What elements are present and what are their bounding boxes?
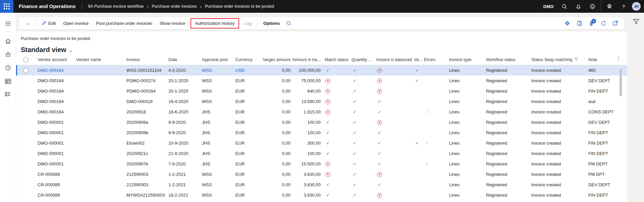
cell-quantity: ✓ [350, 89, 374, 94]
workspaces-window-icon[interactable] [0, 74, 16, 88]
cell-vendor_account: DMO-000001 [36, 130, 74, 135]
column-header-approval_pool[interactable]: Approval pool [200, 57, 233, 62]
user-avatar[interactable]: JH [632, 2, 641, 11]
grid-more-options-icon[interactable]: ⋮ [616, 56, 621, 61]
open-in-office-icon[interactable] [574, 18, 585, 28]
column-header-match[interactable]: Match status [323, 57, 350, 62]
cell-match: ✓ [323, 141, 350, 146]
table-row[interactable]: DMO-000164DMO-00031816-4-2020WSSEUR0,001… [16, 96, 627, 107]
post-purchase-order-invoices-button[interactable]: Post purchase order invoices [92, 19, 156, 28]
column-header-balanced[interactable]: Invoice is balanced [374, 57, 412, 62]
cell-quantity: ✓ [350, 182, 374, 187]
feedback-smiley-icon[interactable] [587, 1, 598, 11]
gear-icon[interactable] [604, 1, 615, 11]
recent-clock-icon[interactable] [0, 61, 16, 74]
cell-va: ✓ [412, 78, 422, 83]
dataverse-diamond-icon[interactable] [562, 18, 573, 28]
cell-workflow_status: Registered [484, 130, 529, 135]
check-light-icon: ✓ [424, 109, 429, 114]
hamburger-menu-icon[interactable] [0, 17, 16, 30]
column-header-errors[interactable]: Errors [422, 57, 447, 62]
cell-currency: EUR [233, 120, 263, 125]
table-row[interactable]: DMO-000164WSS-20011511044-2-2020WSSUSD0,… [16, 65, 627, 75]
view-selector[interactable]: Standard view ⌄ [16, 45, 627, 55]
app-title[interactable]: Finance and Operations [19, 4, 76, 9]
environment-badge[interactable]: DMO [543, 4, 554, 9]
options-button[interactable]: Options [260, 19, 283, 28]
search-icon[interactable] [558, 1, 570, 11]
column-header-note[interactable]: Note [586, 57, 614, 62]
invoice-grid: Vendor accountVendor nameInvoiceDateAppr… [16, 55, 627, 200]
table-row[interactable]: DMO-00000120200907b7-9-2020JHSEUR0,0015.… [16, 159, 627, 169]
refresh-icon[interactable] [598, 18, 609, 28]
actionbar-search-icon[interactable] [283, 18, 294, 28]
table-row[interactable]: DMO-00000120200909a9-9-2020JHSEUR0,00100… [16, 117, 627, 128]
open-in-new-window-icon[interactable] [610, 18, 621, 28]
table-row[interactable]: DMO-000164PDMO-00027420-1-2020WSSEUR0,00… [16, 75, 627, 86]
table-row[interactable]: CR-0000892125900031-2-2021WSSEUR0,003.63… [16, 169, 627, 180]
column-header-charges[interactable]: Charges amount [263, 57, 292, 62]
home-icon[interactable] [0, 34, 16, 48]
cell-balanced: ✓ [374, 141, 412, 146]
back-arrow-icon[interactable]: ← [22, 18, 34, 28]
attachments-icon[interactable]: 0 [586, 18, 597, 28]
breadcrumb-item-current[interactable]: Purchase order invoices to be posted [205, 4, 274, 9]
cell-charges: 0,00 [263, 193, 292, 198]
filter-funnel-icon[interactable] [633, 19, 639, 26]
app-launcher-waffle-icon[interactable] [0, 0, 13, 13]
cell-approval_pool[interactable]: WSS [200, 68, 233, 73]
cell-status_3way: Invoice created [529, 78, 586, 83]
column-header-currency[interactable]: Currency [233, 57, 263, 62]
pencil-icon [42, 21, 46, 26]
top-navigation-bar: Finance and Operations 9A Purchase invoi… [0, 0, 644, 13]
table-row[interactable]: DMO-0001642020061818-6-2020JHSEUR0,001.8… [16, 107, 627, 117]
row-selector-radio[interactable] [23, 68, 29, 73]
column-header-status_3way[interactable]: Status 3way matching [529, 57, 586, 62]
table-row[interactable]: DMO-00000120200921c21-9-2020JHSEUR0,0010… [16, 148, 627, 159]
cell-status_3way: Invoice created [529, 172, 586, 177]
column-filter-funnel-icon[interactable] [574, 57, 578, 62]
cell-approval_pool: WSS [200, 89, 233, 94]
column-header-quantity[interactable]: Quantity ... [350, 57, 374, 62]
edit-button[interactable]: Edit [38, 19, 59, 28]
select-all-radio[interactable] [23, 57, 29, 62]
error-circle-x-icon: ✕ [377, 172, 382, 177]
column-header-vendor_account[interactable]: Vendor account [36, 57, 74, 62]
show-invoice-button[interactable]: Show invoice [156, 19, 189, 28]
notifications-bell-icon[interactable] [573, 1, 584, 11]
table-row[interactable]: DMO-000164PDMO-00028420-1-2020WSSEUR0,00… [16, 86, 627, 96]
cell-vendor_account: DMO-000164 [36, 99, 74, 104]
open-invoice-button[interactable]: Open invoice [59, 19, 92, 28]
cell-invoice: 20200909a [124, 120, 166, 125]
authorization-history-button[interactable]: Authorization history [195, 20, 235, 27]
vertical-scrollbar[interactable] [620, 69, 622, 96]
cell-charges: 0,00 [263, 78, 292, 83]
cell-status_3way: Invoice created [529, 161, 586, 166]
breadcrumb-item-workflow[interactable]: 9A Purchase invoice workflow [88, 4, 144, 9]
column-header-vendor_name[interactable]: Vendor name [74, 57, 124, 62]
column-header-amount[interactable]: Amount in tra... [292, 57, 323, 62]
cell-amount: 640,00 [292, 89, 323, 94]
table-row[interactable]: CR-0000892125900031-2-2021WSSEUR0,003.63… [16, 180, 627, 190]
cell-currency[interactable]: USD [233, 68, 263, 73]
table-row[interactable]: CR-000089MYWSA21259000318-2-2021WSSEUR0,… [16, 190, 627, 200]
modules-list-icon[interactable] [0, 88, 16, 101]
table-row[interactable]: DMO-00000120200909b9-9-2020JHSEUR0,00100… [16, 128, 627, 138]
favorites-star-icon[interactable] [0, 48, 16, 61]
help-icon[interactable]: ? [618, 1, 629, 11]
action-pane: ← Edit Open invoice Post purchase order … [19, 17, 625, 30]
log-button[interactable]: Log [240, 19, 255, 28]
table-row[interactable]: DMO-000001Elcee00210-9-2020JHSEUR0,00300… [16, 138, 627, 148]
column-header-date[interactable]: Date [166, 57, 200, 62]
cell-balanced: ✕ [374, 67, 412, 73]
column-header-workflow_status[interactable]: Workflow status [484, 57, 529, 62]
cell-vendor_account[interactable]: DMO-000164 [36, 68, 74, 73]
cell-status_3way: Invoice created [529, 89, 586, 94]
cell-match: ✕ [323, 88, 350, 94]
breadcrumb-item-invoices[interactable]: Purchase order invoices [152, 4, 197, 9]
column-header-invoice_type[interactable]: Invoice type [447, 57, 484, 62]
authorization-history-highlight-box: Authorization history [191, 18, 239, 29]
column-header-invoice[interactable]: Invoice [124, 57, 166, 62]
column-header-selector[interactable] [16, 57, 36, 62]
column-header-va[interactable]: Va... [412, 57, 422, 62]
